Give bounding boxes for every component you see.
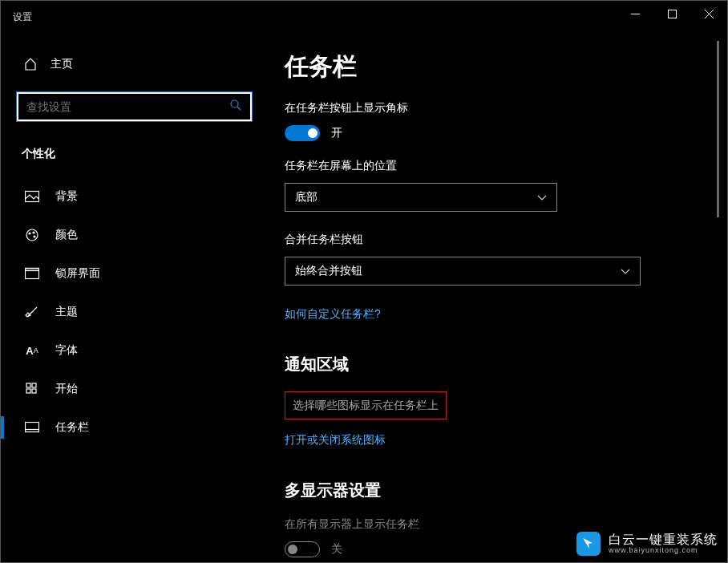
nav-label: 字体 bbox=[55, 343, 78, 358]
minimize-button[interactable] bbox=[617, 1, 653, 26]
select-icons-link[interactable]: 选择哪些图标显示在任务栏上 bbox=[293, 399, 439, 413]
chevron-down-icon bbox=[537, 191, 547, 204]
home-link[interactable]: 主页 bbox=[17, 49, 257, 79]
badge-toggle[interactable] bbox=[285, 125, 320, 141]
home-icon bbox=[23, 57, 38, 71]
svg-rect-14 bbox=[32, 383, 36, 387]
sidebar-item-themes[interactable]: 主题 bbox=[17, 294, 257, 330]
toggle-off-label: 关 bbox=[331, 542, 342, 557]
nav-label: 锁屏界面 bbox=[55, 266, 100, 281]
start-icon bbox=[25, 382, 39, 396]
badge-label: 在任务栏按钮上显示角标 bbox=[285, 101, 695, 115]
font-icon: AA bbox=[25, 343, 39, 358]
svg-rect-15 bbox=[26, 389, 30, 393]
sidebar-item-taskbar[interactable]: 任务栏 bbox=[17, 410, 257, 445]
main-panel: 任务栏 在任务栏按钮上显示角标 开 任务栏在屏幕上的位置 底部 合并任务栏按钮 … bbox=[265, 33, 727, 562]
close-button[interactable] bbox=[690, 1, 727, 26]
svg-rect-12 bbox=[26, 269, 39, 271]
scrollbar[interactable] bbox=[717, 41, 719, 217]
nav-label: 背景 bbox=[55, 189, 78, 204]
nav-label: 开始 bbox=[55, 382, 78, 396]
watermark-main: 白云一键重装系统 bbox=[609, 533, 718, 547]
sidebar: 主页 个性化 背景 颜色 锁屏界面 主题 AA 字体 bbox=[1, 33, 265, 562]
brush-icon bbox=[25, 305, 39, 319]
position-dropdown[interactable]: 底部 bbox=[285, 183, 557, 212]
search-input[interactable] bbox=[26, 100, 229, 113]
svg-line-5 bbox=[237, 107, 241, 110]
position-value: 底部 bbox=[295, 190, 317, 205]
svg-point-7 bbox=[26, 229, 38, 241]
svg-rect-13 bbox=[26, 383, 30, 387]
position-label: 任务栏在屏幕上的位置 bbox=[285, 159, 695, 173]
multi-display-label: 在所有显示器上显示任务栏 bbox=[285, 517, 695, 532]
home-label: 主页 bbox=[51, 57, 73, 71]
sidebar-section-heading: 个性化 bbox=[17, 142, 257, 176]
svg-point-10 bbox=[34, 236, 35, 237]
svg-rect-1 bbox=[668, 10, 676, 18]
sidebar-item-background[interactable]: 背景 bbox=[17, 179, 257, 214]
svg-point-9 bbox=[33, 232, 34, 233]
chevron-down-icon bbox=[621, 265, 630, 277]
sidebar-item-fonts[interactable]: AA 字体 bbox=[17, 333, 257, 368]
lockscreen-icon bbox=[25, 266, 39, 281]
svg-point-4 bbox=[231, 100, 238, 107]
svg-rect-17 bbox=[26, 423, 39, 432]
multi-display-heading: 多显示器设置 bbox=[285, 480, 695, 501]
multi-display-toggle bbox=[285, 541, 320, 557]
watermark-sub: www.baiyunxitong.com bbox=[609, 547, 718, 555]
picture-icon bbox=[25, 189, 39, 204]
titlebar: 设置 bbox=[1, 1, 727, 33]
nav-label: 主题 bbox=[55, 305, 78, 319]
content-area: 主页 个性化 背景 颜色 锁屏界面 主题 AA 字体 bbox=[1, 33, 727, 562]
svg-point-8 bbox=[29, 233, 30, 234]
system-icons-link[interactable]: 打开或关闭系统图标 bbox=[285, 433, 386, 448]
toggle-on-label: 开 bbox=[331, 126, 342, 140]
badge-toggle-row: 开 bbox=[285, 125, 695, 141]
taskbar-icon bbox=[25, 420, 39, 435]
highlight-box: 选择哪些图标显示在任务栏上 bbox=[285, 391, 447, 419]
combine-dropdown[interactable]: 始终合并按钮 bbox=[285, 257, 641, 286]
notification-area-heading: 通知区域 bbox=[285, 354, 695, 375]
sidebar-item-colors[interactable]: 颜色 bbox=[17, 217, 257, 253]
customize-taskbar-link[interactable]: 如何自定义任务栏? bbox=[285, 307, 381, 322]
watermark-icon bbox=[576, 532, 601, 556]
watermark: 白云一键重装系统 www.baiyunxitong.com bbox=[576, 532, 718, 556]
page-title: 任务栏 bbox=[285, 51, 695, 83]
combine-label: 合并任务栏按钮 bbox=[285, 233, 695, 247]
maximize-button[interactable] bbox=[653, 1, 690, 26]
window-controls bbox=[617, 1, 727, 33]
sidebar-item-lockscreen[interactable]: 锁屏界面 bbox=[17, 256, 257, 291]
palette-icon bbox=[25, 228, 39, 242]
window-title: 设置 bbox=[1, 10, 32, 24]
svg-rect-16 bbox=[32, 389, 36, 393]
sidebar-item-start[interactable]: 开始 bbox=[17, 371, 257, 407]
combine-value: 始终合并按钮 bbox=[295, 264, 362, 278]
search-box[interactable] bbox=[17, 92, 252, 121]
nav-label: 任务栏 bbox=[55, 420, 89, 435]
search-icon bbox=[229, 99, 242, 115]
nav-label: 颜色 bbox=[55, 228, 78, 242]
